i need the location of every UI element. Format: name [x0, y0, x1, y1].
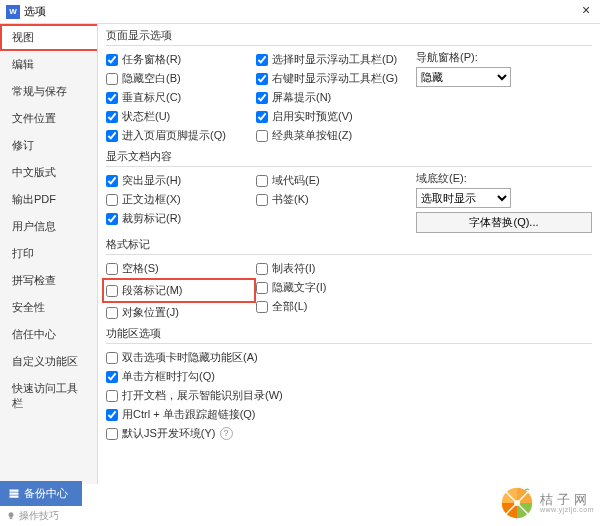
chk-tab[interactable]: 制表符(I)	[256, 259, 416, 278]
main: 视图 编辑 常规与保存 文件位置 修订 中文版式 输出PDF 用户信息 打印 拼…	[0, 24, 600, 484]
chk-dblclick-hide[interactable]: 双击选项卡时隐藏功能区(A)	[106, 348, 592, 367]
bulb-icon	[6, 511, 16, 521]
sidebar-item-chineselayout[interactable]: 中文版式	[0, 159, 97, 186]
orange-icon	[498, 484, 536, 522]
sidebar-item-print[interactable]: 打印	[0, 240, 97, 267]
chk-all[interactable]: 全部(L)	[256, 297, 416, 316]
sidebar-item-edit[interactable]: 编辑	[0, 51, 97, 78]
chk-highlight[interactable]: 突出显示(H)	[106, 171, 256, 190]
sidebar-item-userinfo[interactable]: 用户信息	[0, 213, 97, 240]
chk-click-check[interactable]: 单击方框时打勾(Q)	[106, 367, 592, 386]
chk-float-rclick[interactable]: 右键时显示浮动工具栏(G)	[256, 69, 416, 88]
font-replace-button[interactable]: 字体替换(Q)...	[416, 212, 592, 233]
section-page-display: 页面显示选项	[106, 24, 592, 46]
section-format-marks: 格式标记	[106, 233, 592, 255]
chk-default-js[interactable]: 默认JS开发环境(Y)?	[106, 424, 592, 443]
chk-headerfooter-hint[interactable]: 进入页眉页脚提示(Q)	[106, 126, 256, 145]
sidebar: 视图 编辑 常规与保存 文件位置 修订 中文版式 输出PDF 用户信息 打印 拼…	[0, 24, 98, 484]
nav-label: 导航窗格(P):	[416, 50, 592, 65]
chk-livepreview[interactable]: 启用实时预览(V)	[256, 107, 416, 126]
highlight-paragraph-mark: 段落标记(M)	[102, 278, 256, 303]
chk-bookmark[interactable]: 书签(K)	[256, 190, 416, 209]
close-icon[interactable]: ×	[576, 2, 596, 18]
logo-en: www.yjzljc.com	[540, 506, 594, 513]
sidebar-item-trustcenter[interactable]: 信任中心	[0, 321, 97, 348]
chk-fieldcode[interactable]: 域代码(E)	[256, 171, 416, 190]
backup-icon	[8, 488, 20, 500]
chk-hideblank[interactable]: 隐藏空白(B)	[106, 69, 256, 88]
chk-hidden[interactable]: 隐藏文字(I)	[256, 278, 416, 297]
logo-cn: 桔子网	[540, 493, 594, 506]
chk-ctrl-link[interactable]: 用Ctrl + 单击跟踪超链接(Q)	[106, 405, 592, 424]
sidebar-item-quickaccess[interactable]: 快速访问工具栏	[0, 375, 97, 417]
sidebar-item-outputpdf[interactable]: 输出PDF	[0, 186, 97, 213]
footer: 备份中心 操作技巧 桔子网 www.yjzljc.com	[0, 484, 600, 526]
chk-textborder[interactable]: 正文边框(X)	[106, 190, 256, 209]
sidebar-item-spellcheck[interactable]: 拼写检查	[0, 267, 97, 294]
domain-label: 域底纹(E):	[416, 171, 592, 186]
chk-cropmarks[interactable]: 裁剪标记(R)	[106, 209, 256, 228]
tips-link[interactable]: 操作技巧	[6, 509, 59, 523]
content: 页面显示选项 任务窗格(R) 隐藏空白(B) 垂直标尺(C) 状态栏(U) 进入…	[98, 24, 600, 484]
sidebar-item-customribbon[interactable]: 自定义功能区	[0, 348, 97, 375]
app-icon: W	[6, 5, 20, 19]
chk-taskpane[interactable]: 任务窗格(R)	[106, 50, 256, 69]
chk-statusbar[interactable]: 状态栏(U)	[106, 107, 256, 126]
section-show-doc: 显示文档内容	[106, 145, 592, 167]
sidebar-item-revision[interactable]: 修订	[0, 132, 97, 159]
section-func-opts: 功能区选项	[106, 322, 592, 344]
svg-point-0	[9, 512, 14, 517]
help-icon[interactable]: ?	[220, 427, 233, 440]
chk-vruler[interactable]: 垂直标尺(C)	[106, 88, 256, 107]
backup-button[interactable]: 备份中心	[0, 481, 82, 506]
chk-classicmenu[interactable]: 经典菜单按钮(Z)	[256, 126, 416, 145]
chk-smart-toc[interactable]: 打开文档，展示智能识别目录(W)	[106, 386, 592, 405]
chk-float-select[interactable]: 选择时显示浮动工具栏(D)	[256, 50, 416, 69]
sidebar-item-view[interactable]: 视图	[0, 24, 97, 51]
domain-select[interactable]: 选取时显示	[416, 188, 511, 208]
chk-space[interactable]: 空格(S)	[106, 259, 256, 278]
sidebar-item-general[interactable]: 常规与保存	[0, 78, 97, 105]
chk-paragraph[interactable]: 段落标记(M)	[106, 281, 252, 300]
sidebar-item-security[interactable]: 安全性	[0, 294, 97, 321]
titlebar: W 选项 ×	[0, 0, 600, 24]
svg-rect-1	[10, 517, 13, 519]
chk-objpos[interactable]: 对象位置(J)	[106, 303, 256, 322]
logo: 桔子网 www.yjzljc.com	[498, 484, 594, 522]
chk-screentip[interactable]: 屏幕提示(N)	[256, 88, 416, 107]
window-title: 选项	[24, 4, 46, 19]
nav-select[interactable]: 隐藏	[416, 67, 511, 87]
sidebar-item-filelocation[interactable]: 文件位置	[0, 105, 97, 132]
